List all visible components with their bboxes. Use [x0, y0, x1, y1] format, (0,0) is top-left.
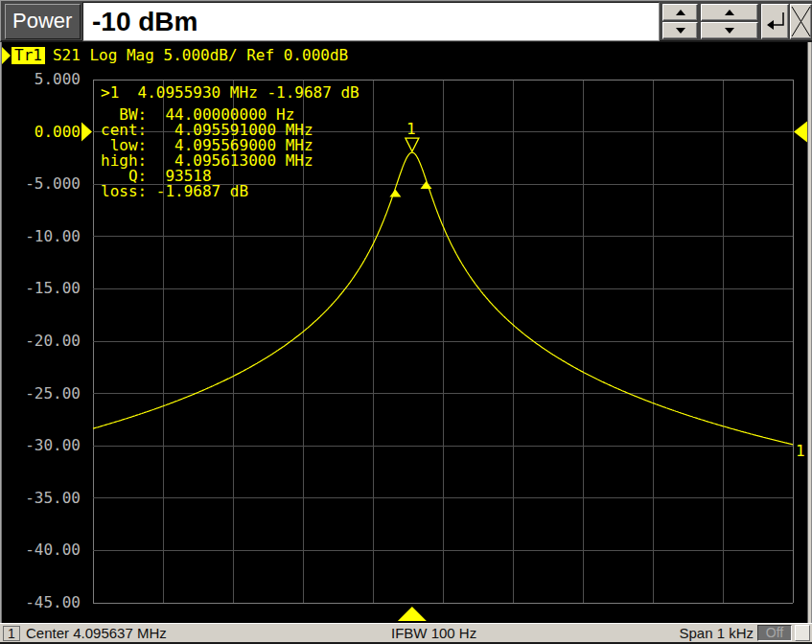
down-arrow-icon — [676, 28, 685, 34]
span-readout: Span 1 kHz — [679, 625, 754, 642]
close-button[interactable] — [790, 4, 812, 39]
ifbw-readout: IFBW 100 Hz — [391, 625, 476, 642]
trigger-off-indicator: Off — [757, 625, 792, 641]
marker1-readout: >1 4.0955930 MHz -1.9687 dB — [101, 85, 360, 101]
vna-screen: Power -10 dBm 11 — [0, 0, 812, 644]
up-arrow-icon — [725, 10, 734, 15]
power-button[interactable]: Power — [5, 4, 81, 39]
up-arrow-icon — [676, 10, 685, 15]
enter-icon — [765, 10, 786, 34]
bandwidth-search-readout: BW: 44.00000000 Hz cent: 4.095591000 MHz… — [101, 107, 313, 199]
close-icon — [791, 6, 811, 37]
spin-down-small-button[interactable] — [662, 22, 698, 39]
spin-up-small-button[interactable] — [662, 4, 698, 21]
channel-badge: 1 — [3, 626, 20, 641]
center-frequency-readout: Center 4.095637 MHz — [26, 625, 167, 642]
spin-up-large-button[interactable] — [701, 4, 758, 21]
trace-settings-text: S21 Log Mag 5.000dB/ Ref 0.000dB — [53, 46, 348, 64]
spin-down-large-button[interactable] — [701, 22, 758, 39]
active-trace-arrow-icon — [2, 47, 11, 64]
trace-status-line: Tr1 S21 Log Mag 5.000dB/ Ref 0.000dB — [2, 46, 348, 64]
enter-button[interactable] — [761, 4, 789, 39]
entry-title-bar: Power -10 dBm — [0, 0, 812, 42]
window-right-edge — [807, 42, 812, 623]
trace1-badge[interactable]: Tr1 — [12, 47, 45, 64]
status-blank-box — [795, 625, 810, 641]
status-bar: 1 Center 4.095637 MHz IFBW 100 Hz Span 1… — [0, 623, 812, 644]
power-value-field[interactable]: -10 dBm — [82, 2, 660, 41]
window-left-edge — [0, 42, 2, 623]
down-arrow-icon — [725, 28, 734, 34]
